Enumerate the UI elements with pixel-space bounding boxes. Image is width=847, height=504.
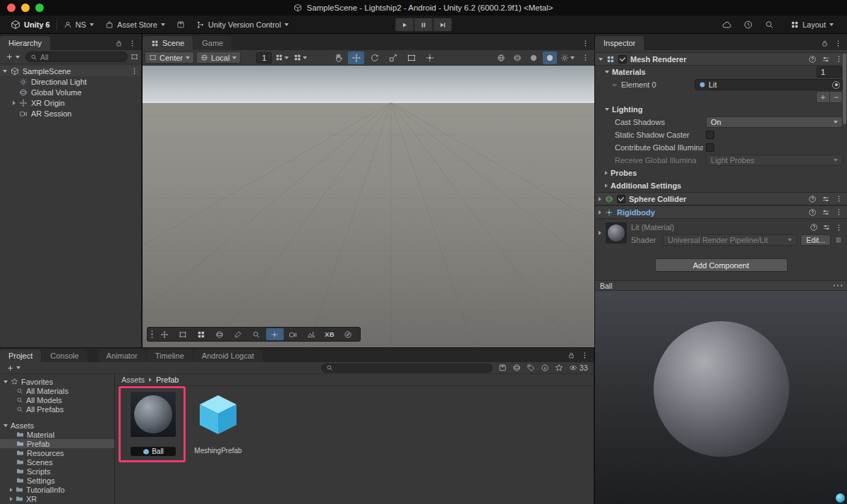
search-by-type-icon[interactable] [512,364,521,372]
sphere-collider-enabled-checkbox[interactable] [617,195,625,203]
asset-store-menu[interactable]: Asset Store [100,18,170,32]
overlay-grid-button[interactable] [193,328,210,340]
kebab-menu-icon[interactable] [131,67,138,75]
step-button[interactable] [433,18,452,32]
grid-size-field[interactable]: 1 [256,52,272,64]
scene-2d-toggle[interactable] [510,52,524,64]
move-tool[interactable] [348,52,364,64]
play-button[interactable] [395,18,414,32]
hierarchy-search-input[interactable]: All [25,52,128,62]
materials-row[interactable]: Materials 1 [595,66,847,78]
foldout-closed-icon[interactable] [605,171,608,175]
folder-prefab[interactable]: Prefab [0,439,114,448]
sphere-collider-header[interactable]: Sphere Collider [595,192,847,205]
overlay-gizmo-button[interactable] [211,328,229,340]
version-control-menu[interactable]: Unity Version Control [191,18,294,32]
overlay-environment-button[interactable] [303,328,320,340]
kebab-menu-icon[interactable] [582,40,589,47]
foldout-open-icon[interactable] [3,70,7,73]
kebab-menu-icon[interactable] [835,195,843,203]
folder-scripts[interactable]: Scripts [0,467,114,476]
foldout-closed-icon[interactable] [10,488,13,492]
presets-icon[interactable] [822,208,830,217]
materials-size-field[interactable]: 1 [817,66,842,78]
overlay-compass-button[interactable] [340,328,357,340]
inspector-scrollbar-thumb[interactable] [843,54,846,124]
minimize-window-button[interactable] [21,4,30,12]
unity-app-menu[interactable]: Unity 6 [6,18,55,32]
asset-ball[interactable]: Ball [131,392,176,456]
material-element-row[interactable]: Element 0 Lit [595,78,847,91]
search-by-label-icon[interactable] [527,364,535,372]
rect-tool[interactable] [403,52,419,64]
foldout-open-icon[interactable] [605,108,609,111]
add-component-button[interactable]: Add Component [655,258,788,272]
kebab-menu-icon[interactable] [835,55,843,63]
tab-animator[interactable]: Animator [98,349,146,362]
shader-edit-button[interactable]: Edit... [800,234,831,246]
import-package-icon[interactable] [498,364,507,372]
lock-icon[interactable] [115,40,123,47]
collab-status-indicator[interactable] [836,493,845,503]
transform-tool[interactable] [421,52,438,64]
scale-tool[interactable] [385,52,401,64]
account-menu[interactable]: NS [59,18,99,32]
orientation-dropdown[interactable]: Local [196,52,241,64]
layout-dropdown[interactable]: Layout [786,18,839,32]
foldout-closed-icon[interactable] [13,101,16,105]
hierarchy-item-directional-light[interactable]: Directional Light [0,76,141,87]
object-picker-icon[interactable] [832,81,840,89]
help-icon[interactable] [808,208,817,217]
pause-button[interactable] [414,18,433,32]
help-icon[interactable] [808,55,817,64]
static-shadow-caster-checkbox[interactable] [706,131,714,139]
favorite-all-prefabs[interactable]: All Prefabs [0,404,114,414]
drag-handle-icon[interactable] [611,81,618,89]
foldout-open-icon[interactable] [4,424,8,427]
hidden-items-toggle[interactable]: 33 [569,364,590,372]
snap-settings-dropdown[interactable] [292,52,308,64]
overlay-snap-button[interactable] [266,328,284,340]
remove-material-button[interactable] [829,92,842,102]
pivot-dropdown[interactable]: Center [145,52,194,64]
additional-settings-foldout[interactable]: Additional Settings [595,179,847,192]
foldout-closed-icon[interactable] [599,231,601,235]
foldout-closed-icon[interactable] [599,197,601,201]
add-material-button[interactable] [817,92,829,102]
xb-overlay-button[interactable]: XB [321,328,339,340]
foldout-closed-icon[interactable] [599,210,601,215]
grid-visibility-dropdown[interactable] [274,52,290,64]
project-search-input[interactable] [321,364,493,373]
presets-icon[interactable] [822,223,831,232]
lock-icon[interactable] [567,352,575,359]
zoom-window-button[interactable] [35,4,44,12]
material-object-field[interactable]: Lit [695,79,843,90]
hierarchy-item-ar-session[interactable]: AR Session [0,108,141,119]
foldout-open-icon[interactable] [599,58,603,61]
probes-foldout[interactable]: Probes [595,167,847,179]
info-icon[interactable] [541,364,549,372]
folder-settings[interactable]: Settings [0,476,114,485]
mesh-renderer-header[interactable]: Mesh Renderer [595,52,847,66]
package-manager-button[interactable] [172,18,190,32]
scene-viewport[interactable]: XB [143,66,594,347]
search-icon[interactable] [764,20,774,30]
help-icon[interactable] [810,223,818,232]
tab-game[interactable]: Game [193,36,232,50]
breadcrumb-prefab[interactable]: Prefab [156,376,179,384]
kebab-menu-icon[interactable] [835,224,843,232]
kebab-menu-icon[interactable] [834,40,842,47]
folder-resources[interactable]: Resources [0,448,114,457]
lighting-foldout[interactable]: Lighting [595,103,847,116]
tab-scene[interactable]: Scene [143,36,193,50]
mesh-renderer-enabled-checkbox[interactable] [618,55,627,64]
foldout-open-icon[interactable] [605,71,609,73]
tab-console[interactable]: Console [42,349,87,362]
tab-hierarchy[interactable]: Hierarchy [0,36,50,50]
tab-inspector[interactable]: Inspector [595,36,644,50]
presets-icon[interactable] [822,195,830,203]
scene-visibility-dropdown[interactable] [559,52,576,64]
hierarchy-item-global-volume[interactable]: Global Volume [0,87,141,97]
breadcrumb-assets[interactable]: Assets [121,376,145,384]
preview-resize-grip[interactable] [834,284,843,287]
